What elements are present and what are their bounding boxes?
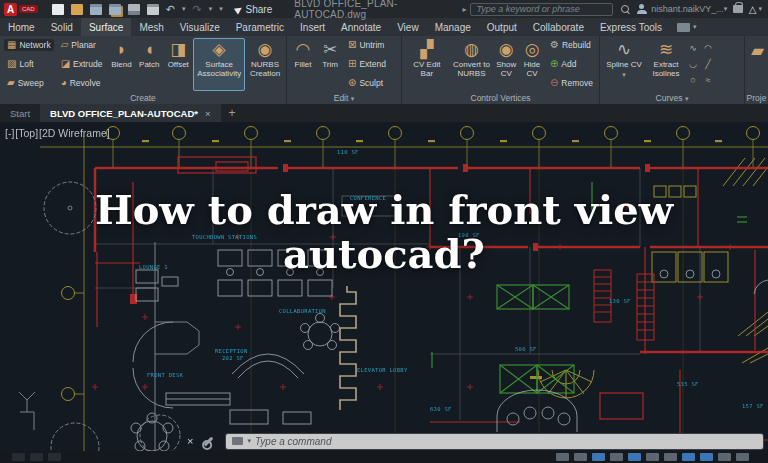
- new-drawing-button[interactable]: +: [221, 104, 244, 122]
- viewport-style-control[interactable]: [2D Wireframe]: [39, 127, 110, 139]
- ortho-toggle-icon[interactable]: [592, 453, 605, 461]
- spline-cv-button[interactable]: ∿Spline CV▾: [602, 38, 646, 91]
- tab-start[interactable]: Start: [0, 104, 40, 122]
- redo-icon[interactable]: ↷: [192, 3, 201, 16]
- sculpt-button[interactable]: ⊛Sculpt: [345, 77, 389, 89]
- redo-dropdown-icon[interactable]: ▾: [209, 5, 213, 13]
- tab-view[interactable]: View: [389, 18, 427, 36]
- share-button[interactable]: ▶ Share: [235, 4, 273, 15]
- tab-solid[interactable]: Solid: [43, 18, 81, 36]
- extend-button[interactable]: ⊞Extend: [345, 58, 389, 70]
- command-placeholder: Type a command: [255, 436, 332, 447]
- undo-icon[interactable]: ↶: [166, 3, 175, 16]
- trim-button[interactable]: ✂Trim: [317, 38, 343, 91]
- sweep-button[interactable]: ▰Sweep: [4, 77, 54, 89]
- curve-tool-icon[interactable]: ╱: [701, 57, 715, 72]
- annotation-toggle-icon[interactable]: [700, 453, 713, 461]
- patch-button[interactable]: ◖Patch: [135, 38, 163, 91]
- curve-tool-icon[interactable]: ◡: [686, 57, 700, 72]
- hide-cv-button[interactable]: ◎Hide CV: [519, 38, 545, 91]
- user-avatar-icon[interactable]: [637, 4, 647, 14]
- autodesk-icon[interactable]: △: [749, 4, 757, 15]
- save-as-icon[interactable]: [109, 4, 121, 15]
- ribbon-overflow-button[interactable]: ▾: [670, 18, 704, 36]
- osnap-toggle-icon[interactable]: [628, 453, 641, 461]
- tab-manage[interactable]: Manage: [427, 18, 479, 36]
- tab-annotate[interactable]: Annotate: [333, 18, 389, 36]
- viewport-menu[interactable]: [-]: [5, 127, 14, 139]
- tab-visualize[interactable]: Visualize: [172, 18, 228, 36]
- close-command-icon[interactable]: ×: [187, 435, 193, 447]
- title-expand-icon[interactable]: ▸: [462, 5, 466, 14]
- active-document-label: BLVD OFFICE_PLAN-AUTOCAD*: [50, 108, 198, 119]
- user-dropdown-icon[interactable]: ▾: [724, 5, 728, 13]
- lineweight-toggle-icon[interactable]: [682, 453, 695, 461]
- open-file-icon[interactable]: [71, 4, 83, 15]
- autodesk-dropdown-icon[interactable]: ▾: [759, 5, 763, 13]
- workspace-toggle-icon[interactable]: [718, 453, 731, 461]
- plot-icon[interactable]: [128, 4, 140, 15]
- extrude-button[interactable]: ◪Extrude: [58, 58, 106, 70]
- polar-toggle-icon[interactable]: [610, 453, 623, 461]
- search-input[interactable]: Type a keyword or phrase: [470, 3, 612, 16]
- username[interactable]: nishant.naikVY_...: [651, 4, 724, 14]
- toolbar-customize-icon[interactable]: ▾: [219, 5, 223, 13]
- wrench-icon[interactable]: [204, 436, 214, 446]
- print-icon[interactable]: [147, 4, 159, 15]
- autocad-window: A CAD ↶ ▾ ↷ ▾ ▾ ▶ Share BLVD OFFICE_PLAN…: [0, 0, 768, 463]
- surface-associativity-button[interactable]: ◈Surface Associativity: [193, 38, 245, 91]
- app-menu-button[interactable]: A CAD: [4, 3, 38, 16]
- project-geometry-icon[interactable]: ▰: [751, 42, 764, 59]
- isolate-toggle-icon[interactable]: [736, 453, 749, 461]
- tab-express-tools[interactable]: Express Tools: [592, 18, 670, 36]
- status-left-chip[interactable]: [48, 453, 61, 461]
- search-icon[interactable]: [621, 5, 630, 14]
- remove-button[interactable]: ⊖Remove: [547, 77, 596, 89]
- tab-output[interactable]: Output: [479, 18, 525, 36]
- app-store-icon[interactable]: [733, 5, 743, 13]
- loft-button[interactable]: ▨Loft: [4, 58, 54, 70]
- close-document-icon[interactable]: ×: [205, 108, 211, 119]
- untrim-button[interactable]: ⊠Untrim: [345, 39, 389, 51]
- save-icon[interactable]: [90, 4, 102, 15]
- revolve-button[interactable]: ◕Revolve: [58, 77, 106, 89]
- offset-button[interactable]: ◨Offset: [163, 38, 193, 91]
- tab-mesh[interactable]: Mesh: [131, 18, 171, 36]
- curve-tool-icon[interactable]: ◠: [701, 41, 715, 56]
- nurbs-creation-button[interactable]: ◉NURBS Creation: [245, 38, 285, 91]
- snap-toggle-icon[interactable]: [574, 453, 587, 461]
- convert-to-nurbs-button[interactable]: ◍Convert to NURBS: [450, 38, 494, 91]
- curve-tool-icon[interactable]: ∿: [686, 41, 700, 56]
- nurbs-creation-icon: ◉: [258, 41, 273, 58]
- blend-button[interactable]: ◗Blend: [107, 38, 135, 91]
- status-left-chip[interactable]: [30, 453, 43, 461]
- tab-home[interactable]: Home: [0, 18, 43, 36]
- tab-surface[interactable]: Surface: [81, 18, 131, 36]
- curve-tool-icon[interactable]: ≈: [701, 73, 715, 88]
- show-cv-button[interactable]: ◉Show CV: [493, 38, 519, 91]
- tab-insert[interactable]: Insert: [292, 18, 333, 36]
- network-button[interactable]: ▦Network: [4, 39, 54, 51]
- cv-edit-bar-button[interactable]: ▞CV Edit Bar: [404, 38, 450, 91]
- dyn-input-toggle-icon[interactable]: [664, 453, 677, 461]
- tab-collaborate[interactable]: Collaborate: [525, 18, 592, 36]
- status-left-chip[interactable]: [12, 453, 25, 461]
- command-input[interactable]: ▾ Type a command: [226, 434, 763, 449]
- panel-label-edit[interactable]: Edit ▾: [287, 92, 401, 104]
- planar-button[interactable]: ▱Planar: [58, 39, 106, 51]
- add-button[interactable]: ⊕Add: [547, 58, 596, 70]
- panel-label-curves[interactable]: Curves ▾: [600, 92, 744, 104]
- tab-active-document[interactable]: BLVD OFFICE_PLAN-AUTOCAD* ×: [40, 104, 221, 122]
- fillet-button[interactable]: ◠Fillet: [289, 38, 317, 91]
- tab-parametric[interactable]: Parametric: [228, 18, 292, 36]
- command-caret-icon[interactable]: ▾: [247, 437, 251, 445]
- undo-dropdown-icon[interactable]: ▾: [182, 5, 186, 13]
- viewport-view-control[interactable]: [Top]: [15, 127, 38, 139]
- extract-isolines-button[interactable]: ≋Extract Isolines: [646, 38, 686, 91]
- grid-toggle-icon[interactable]: [556, 453, 569, 461]
- new-file-icon[interactable]: [52, 4, 64, 15]
- otrack-toggle-icon[interactable]: [646, 453, 659, 461]
- drawing-area[interactable]: 110 SFCONFERENCETOUCHDOWN STATIONS190 SF…: [0, 122, 768, 463]
- curve-tool-icon[interactable]: ○: [686, 73, 700, 88]
- rebuild-button[interactable]: ⚙Rebuild: [547, 39, 596, 51]
